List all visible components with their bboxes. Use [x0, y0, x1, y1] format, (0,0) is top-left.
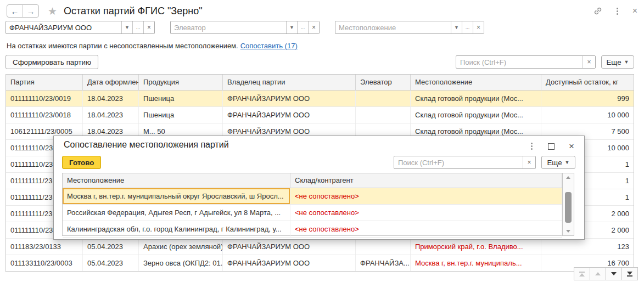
cell-batch[interactable]: 011183/23/0133 — [6, 239, 83, 255]
close-icon[interactable]: × — [632, 7, 637, 15]
col-owner[interactable]: Владелец партии — [223, 75, 356, 90]
table-row[interactable]: 011111110/23/0018 18.04.2023 Пшеница ФРА… — [6, 107, 634, 123]
form-batch-button[interactable]: Сформировать партию — [5, 55, 98, 69]
col-amount[interactable]: Доступный остаток, кг — [541, 75, 634, 90]
cell-amount[interactable]: 123 — [541, 239, 634, 255]
scroll-down-icon[interactable] — [563, 230, 574, 233]
go-last-icon — [627, 272, 632, 275]
match-link[interactable]: Сопоставить (17) — [240, 42, 298, 50]
cell-elevator[interactable] — [356, 107, 411, 123]
cell-product[interactable]: Арахис (орех земляной) ... — [139, 239, 223, 255]
location-filter-input[interactable] — [335, 21, 451, 33]
cell-location[interactable]: Приморский край, г.о. Владиво... — [411, 239, 541, 255]
cell-batch[interactable]: 011133110/23/0003 — [6, 255, 83, 271]
dialog-more-menu-icon[interactable] — [530, 142, 534, 151]
dialog-search-clear-icon[interactable]: × — [523, 156, 535, 168]
cell-date[interactable]: 05.04.2023 — [83, 239, 139, 255]
col-warehouse[interactable]: Склад/контрагент — [290, 173, 562, 188]
cell-date[interactable]: 18.04.2023 — [83, 107, 139, 123]
dialog-close-icon[interactable]: × — [569, 142, 574, 151]
main-more-button[interactable]: Еще ▼ — [601, 55, 634, 69]
cell-warehouse[interactable]: <не сопоставлено> — [290, 221, 562, 237]
cell-product[interactable]: Пшеница — [139, 91, 223, 106]
dialog-scrollbar[interactable] — [562, 173, 574, 235]
done-button[interactable]: Готово — [62, 156, 101, 169]
cell-date[interactable]: 05.04.2023 — [83, 255, 139, 271]
location-dropdown-icon[interactable]: ▼ — [451, 21, 462, 33]
cell-location[interactable]: Российская Федерация, Адыгея Респ, г Ады… — [63, 205, 290, 221]
scrollbar-thumb[interactable] — [565, 192, 572, 223]
cell-elevator[interactable] — [356, 239, 411, 255]
elevator-dropdown-icon[interactable]: ▼ — [286, 21, 297, 33]
owner-dropdown-icon[interactable]: ▼ — [121, 21, 132, 33]
cell-location[interactable]: Москва г, вн.тер.г. муниципальный округ … — [63, 188, 290, 204]
cell-location[interactable]: Москва г, вн.тер.г. муниципаль... — [411, 255, 541, 271]
elevator-filter-input[interactable] — [171, 21, 286, 33]
cell-elevator[interactable]: ФРАНЧАЙЗА... — [356, 255, 411, 271]
elevator-choose-icon[interactable]: ... — [297, 21, 308, 33]
dialog-search-input[interactable] — [394, 156, 523, 168]
go-next-button[interactable] — [606, 267, 622, 280]
arrow-up-icon — [595, 272, 601, 275]
back-button[interactable]: ← — [7, 5, 23, 17]
cell-owner[interactable]: ФРАНЧАЙЗАРИУМ ООО — [223, 255, 356, 271]
dialog-more-button[interactable]: Еще ▼ — [541, 156, 575, 169]
scroll-up-icon[interactable] — [563, 176, 574, 179]
favorite-star-icon[interactable]: ★ — [48, 5, 57, 18]
location-filter: ▼ ... × — [335, 21, 484, 34]
location-choose-icon[interactable]: ... — [462, 21, 473, 33]
table-row[interactable]: 011183/23/0133 05.04.2023 Арахис (орех з… — [6, 239, 634, 255]
go-last-button[interactable] — [621, 267, 638, 280]
table-row[interactable]: 011111110/23/0019 18.04.2023 Пшеница ФРА… — [6, 91, 634, 107]
cell-batch[interactable]: 011111110/23/0018 — [6, 107, 83, 123]
link-icon[interactable] — [593, 7, 602, 15]
col-location[interactable]: Местоположение — [63, 173, 290, 188]
location-row[interactable]: Калининградская обл, г.о. город Калининг… — [63, 221, 562, 238]
cell-product[interactable]: Пшеница — [139, 107, 223, 123]
location-row[interactable]: Москва г, вн.тер.г. муниципальный округ … — [63, 188, 562, 205]
col-product[interactable]: Продукция — [139, 75, 223, 90]
owner-clear-icon[interactable]: × — [143, 21, 154, 33]
col-elevator[interactable]: Элеватор — [356, 75, 411, 90]
cell-owner[interactable]: ФРАНЧАЙЗАРИУМ ООО — [223, 239, 356, 255]
dialog-maximize-icon[interactable] — [548, 143, 555, 150]
elevator-clear-icon[interactable]: × — [308, 21, 319, 33]
cell-owner[interactable]: ФРАНЧАЙЗАРИУМ ООО — [223, 107, 356, 123]
cell-warehouse[interactable]: <не сопоставлено> — [290, 205, 562, 221]
cell-owner[interactable]: ФРАНЧАЙЗАРИУМ ООО — [223, 91, 356, 106]
cell-product[interactable]: Зерно овса (ОКПД2: 01.... — [139, 255, 223, 271]
cell-elevator[interactable] — [356, 91, 411, 106]
table-row[interactable]: 011133110/23/0003 05.04.2023 Зерно овса … — [6, 255, 634, 272]
col-batch[interactable]: Партия — [6, 75, 83, 90]
owner-filter-input[interactable] — [6, 21, 121, 33]
location-row[interactable]: Российская Федерация, Адыгея Респ, г Ады… — [63, 205, 562, 221]
main-more-label: Еще — [606, 58, 621, 66]
arrow-down-icon — [611, 272, 617, 275]
cell-warehouse[interactable]: <не сопоставлено> — [290, 188, 562, 204]
col-location[interactable]: Местоположение — [411, 75, 541, 90]
cell-amount[interactable]: 10 000 — [541, 107, 634, 123]
more-menu-icon[interactable] — [615, 7, 619, 16]
match-locations-dialog: Сопоставление местоположения партий × Го… — [53, 136, 585, 240]
cell-date[interactable]: 18.04.2023 — [83, 91, 139, 106]
go-first-button[interactable] — [574, 267, 590, 280]
forward-button[interactable]: → — [23, 5, 38, 17]
chevron-down-icon: ▼ — [565, 160, 570, 165]
go-first-icon — [579, 273, 585, 277]
cell-location[interactable]: Калининградская обл, г.о. город Калининг… — [63, 221, 290, 237]
dialog-search: × — [394, 156, 536, 169]
cell-batch[interactable]: 011111110/23/0019 — [6, 91, 83, 106]
main-search-input[interactable] — [456, 56, 583, 68]
cell-location[interactable]: Склад готовой продукции (Мос... — [411, 107, 541, 123]
main-search-clear-icon[interactable]: × — [583, 56, 595, 68]
notice-text: На остатках имеются партии с несопоставл… — [7, 42, 238, 50]
owner-choose-icon[interactable]: ... — [132, 21, 143, 33]
go-previous-button[interactable] — [590, 267, 606, 280]
cell-location[interactable]: Склад готовой продукции (Мос... — [411, 91, 541, 106]
dialog-controls: × — [530, 142, 574, 151]
unmatched-notice: На остатках имеются партии с несопоставл… — [7, 42, 298, 50]
location-clear-icon[interactable]: × — [473, 21, 484, 33]
window-controls: × — [593, 7, 637, 16]
col-date[interactable]: Дата оформления — [83, 75, 139, 90]
cell-amount[interactable]: 999 — [541, 91, 634, 106]
